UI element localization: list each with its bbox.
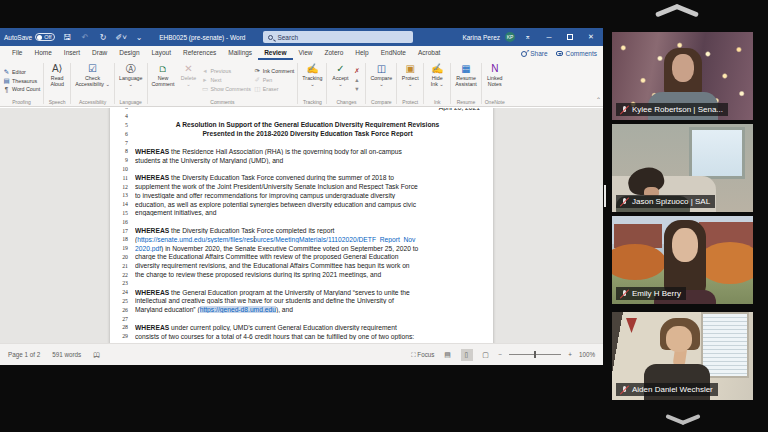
doc-line: 25intellectual and creative goals that w… xyxy=(110,297,493,306)
line-number: 29 xyxy=(110,333,128,339)
search-input[interactable]: Search xyxy=(263,31,413,43)
print-layout-icon[interactable]: ▯ xyxy=(461,349,473,361)
page-indicator[interactable]: Page 1 of 2 xyxy=(8,351,40,358)
tracking-button[interactable]: ✍Tracking⌄ xyxy=(300,62,324,98)
doc-line: 20charge the Educational Affairs Committ… xyxy=(110,253,493,262)
doc-line: 29consists of two courses for a total of… xyxy=(110,332,493,341)
tab-acrobat[interactable]: Acrobat xyxy=(412,47,446,60)
proofing-status-icon[interactable]: 🕮 xyxy=(93,351,100,358)
doc-line: 26Maryland education” (https://gened-d8.… xyxy=(110,305,493,314)
doc-line: 24WHEREAS the General Education program … xyxy=(110,288,493,297)
accessibility-button[interactable]: ☑CheckAccessibility ⌄ xyxy=(73,62,112,98)
tab-home[interactable]: Home xyxy=(28,47,57,60)
video-tile-jason-spizuoco[interactable]: Jason Spizuoco | SAL xyxy=(612,124,753,212)
compare-button[interactable]: ◫Compare⌄ xyxy=(368,62,394,98)
video-tile-kylee-robertson[interactable]: Kylee Robertson | Sena... xyxy=(612,32,753,120)
comments-button[interactable]: Comments xyxy=(556,50,597,57)
undo-icon[interactable]: ↶ xyxy=(79,33,91,42)
linked-notes-icon: N xyxy=(491,63,498,74)
read-mode-icon[interactable]: ▤ xyxy=(442,349,454,361)
previous-icon: ◂ xyxy=(201,67,208,75)
compare-icon: ◫ xyxy=(377,63,386,74)
ink-comment-button[interactable]: ✑Ink Comment xyxy=(254,67,295,75)
document-canvas[interactable]: 3April 20, 202145A Resolution in Support… xyxy=(0,108,603,343)
delete-comment-button[interactable]: ✕Delete⌄ xyxy=(177,62,199,98)
pen-button[interactable]: ✐Pen xyxy=(254,76,295,84)
redo-icon[interactable]: ↻ xyxy=(97,33,109,42)
tab-insert[interactable]: Insert xyxy=(58,47,86,60)
ink-tool-icon[interactable]: ✐˅ xyxy=(115,33,127,42)
document-page[interactable]: 3April 20, 202145A Resolution in Support… xyxy=(110,108,493,343)
linked-notes-button[interactable]: NLinkedNotes xyxy=(484,62,506,98)
group-label: OneNote xyxy=(484,98,506,106)
web-layout-icon[interactable]: ▢ xyxy=(480,349,492,361)
hide-ink-icon: ✍ xyxy=(431,63,443,74)
restore-button[interactable] xyxy=(562,30,578,44)
tab-review[interactable]: Review xyxy=(258,47,292,60)
avatar[interactable]: KP xyxy=(505,32,515,42)
doc-line: 5A Resolution in Support of the General … xyxy=(110,121,493,130)
line-number: 5 xyxy=(110,122,128,128)
search-icon xyxy=(268,35,273,40)
group-label: Speech xyxy=(46,98,68,106)
video-tile-aiden-daniel-wechsler[interactable]: Aiden Daniel Wechsler xyxy=(612,312,753,400)
scroll-down-chevron-icon[interactable] xyxy=(665,414,700,427)
show-comments-icon: ▭ xyxy=(201,85,208,93)
tab-draw[interactable]: Draw xyxy=(86,47,113,60)
word-titlebar: AutoSave Off 🖫 ↶ ↻ ✐˅ ⌄ EHB0025 (pre-sen… xyxy=(0,28,603,46)
line-number: 9 xyxy=(110,157,128,163)
panel-drag-handle[interactable] xyxy=(600,185,606,207)
line-number: 17 xyxy=(110,228,128,234)
editor-button[interactable]: ✎Editor xyxy=(3,68,40,76)
reject-button[interactable]: ✗ xyxy=(353,67,362,75)
ribbon-display-options-icon[interactable]: ⌅ xyxy=(520,30,536,44)
autosave-label: AutoSave xyxy=(4,34,32,41)
previous-button[interactable]: ◂Previous xyxy=(201,67,250,75)
tab-view[interactable]: View xyxy=(293,47,319,60)
accept-button[interactable]: ✓Accept⌄ xyxy=(329,62,351,98)
word-count-button[interactable]: ¶Word Count xyxy=(3,86,40,93)
pen-icon: ✐ xyxy=(254,76,261,84)
tab-layout[interactable]: Layout xyxy=(146,47,178,60)
thesaurus-button[interactable]: ▤Thesaurus xyxy=(3,77,40,85)
tab-references[interactable]: References xyxy=(177,47,222,60)
save-icon[interactable]: 🖫 xyxy=(61,33,73,42)
close-button[interactable]: ✕ xyxy=(583,30,599,44)
focus-button[interactable]: ⛶ Focus xyxy=(411,351,434,359)
new-comment-button[interactable]: 🗅NewComment xyxy=(150,62,177,98)
protect-button[interactable]: ▣Protect⌄ xyxy=(399,62,421,98)
word-count-indicator[interactable]: 591 words xyxy=(52,351,81,358)
resume-assistant-button[interactable]: ▦ResumeAssistant xyxy=(453,62,479,98)
doc-line: 4 xyxy=(110,112,493,121)
video-tile-emily-h-berry[interactable]: Emily H Berry xyxy=(612,216,753,304)
doc-line: 11WHEREAS the Diversity Education Task F… xyxy=(110,173,493,182)
tab-file[interactable]: File xyxy=(6,47,28,60)
share-button[interactable]: Share xyxy=(521,50,547,57)
tab-zotero[interactable]: Zotero xyxy=(319,47,350,60)
share-icon xyxy=(521,51,527,57)
zoom-slider[interactable] xyxy=(509,354,561,355)
scroll-up-chevron-icon[interactable] xyxy=(655,2,699,18)
line-number: 4 xyxy=(110,113,128,119)
next-button[interactable]: ▸Next xyxy=(201,76,250,84)
hide-ink-button[interactable]: ✍HideInk ⌄ xyxy=(426,62,448,98)
read-aloud-button[interactable]: A⟩ReadAloud xyxy=(46,62,68,98)
delete-comment-icon: ✕ xyxy=(184,63,192,74)
eraser-button[interactable]: ◫Eraser xyxy=(254,85,295,93)
line-number: 23 xyxy=(110,280,128,286)
customize-quick-access-icon[interactable]: ⌄ xyxy=(133,33,145,42)
minimize-button[interactable]: ─ xyxy=(541,30,557,44)
show-comments-button[interactable]: ▭Show Comments xyxy=(201,85,250,93)
zoom-level[interactable]: 100% xyxy=(579,351,595,358)
tab-mailings[interactable]: Mailings xyxy=(222,47,258,60)
tab-help[interactable]: Help xyxy=(349,47,374,60)
collapse-ribbon-button[interactable]: ⌃ xyxy=(596,96,601,103)
previous-change-button[interactable]: ▴ xyxy=(353,76,362,84)
autosave-toggle[interactable]: AutoSave Off xyxy=(4,33,55,41)
zoom-in-button[interactable]: + xyxy=(568,351,572,358)
tab-endnote[interactable]: EndNote xyxy=(375,47,412,60)
language-button[interactable]: ⒶLanguage⌄ xyxy=(117,62,145,98)
zoom-out-button[interactable]: − xyxy=(499,351,503,358)
next-change-button[interactable]: ▾ xyxy=(353,85,362,93)
tab-design[interactable]: Design xyxy=(113,47,145,60)
